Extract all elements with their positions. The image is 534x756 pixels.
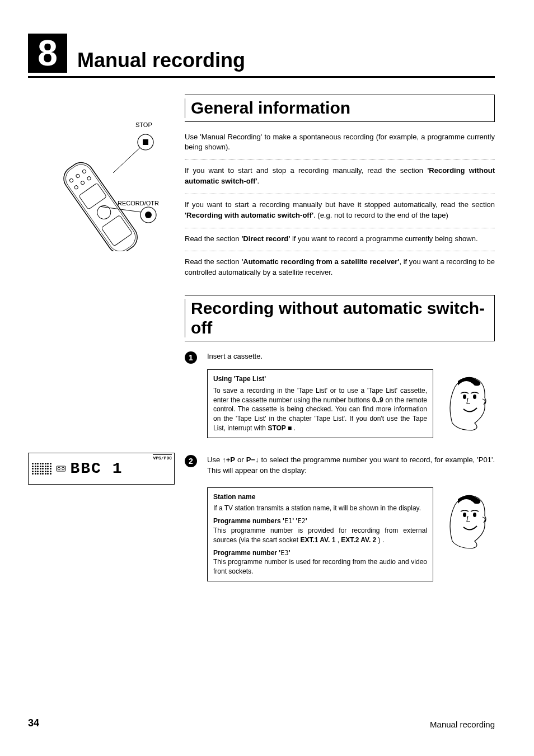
display-digits: BBC 1 bbox=[71, 460, 123, 477]
step-number-badge: 1 bbox=[185, 351, 197, 364]
svg-point-23 bbox=[473, 513, 476, 517]
section-heading-recording: Recording without automatic switch-off bbox=[185, 295, 495, 341]
note-box-stationname: Station name If a TV station transmits a… bbox=[207, 487, 433, 581]
svg-point-19 bbox=[62, 467, 64, 470]
paragraph: Read the section 'Direct record' if you … bbox=[185, 234, 495, 245]
svg-point-15 bbox=[145, 212, 152, 218]
footer-label: Manual recording bbox=[430, 720, 495, 729]
svg-rect-12 bbox=[143, 139, 148, 145]
chapter-header: 8 Manual recording bbox=[28, 34, 495, 78]
step-row-1: 1 Insert a cassette. bbox=[185, 351, 495, 364]
remote-record-label: RECORD/OTR bbox=[118, 200, 159, 206]
face-illustration-icon bbox=[441, 370, 491, 431]
paragraph: Use 'Manual Recording' to make a spontan… bbox=[185, 132, 495, 153]
paragraph: Read the section 'Automatic recording fr… bbox=[185, 257, 495, 278]
paragraph: If you want to start a recording manuall… bbox=[185, 200, 495, 221]
svg-point-22 bbox=[463, 513, 466, 517]
section-heading-general: General information bbox=[185, 95, 495, 122]
chapter-title: Manual recording bbox=[77, 50, 245, 73]
svg-point-21 bbox=[473, 395, 476, 399]
note-box-tapelist: Using 'Tape List' To save a recording in… bbox=[207, 369, 433, 438]
svg-point-20 bbox=[463, 395, 466, 399]
remote-control-diagram: STOP RECORD/OTR bbox=[28, 111, 174, 251]
step-text: Use ↑+P or P−↓ to select the programme n… bbox=[207, 455, 495, 476]
page-footer: 34 Manual recording bbox=[28, 717, 495, 729]
paragraph: If you want to start and stop a recordin… bbox=[185, 166, 495, 187]
face-illustration-icon bbox=[441, 488, 491, 550]
step-row-2: 2 Use ↑+P or P−↓ to select the programme… bbox=[185, 455, 495, 476]
remote-stop-label: STOP bbox=[135, 121, 152, 128]
step-text: Insert a cassette. bbox=[207, 351, 495, 362]
vcr-display-panel: VPS/PDC BBC 1 bbox=[28, 453, 175, 485]
menu-dots-icon bbox=[32, 463, 51, 475]
svg-point-18 bbox=[58, 467, 60, 470]
chapter-number-badge: 8 bbox=[28, 34, 67, 73]
step-number-badge: 2 bbox=[185, 455, 197, 467]
page-number: 34 bbox=[28, 717, 39, 729]
vpspdc-indicator: VPS/PDC bbox=[153, 454, 172, 461]
svg-line-13 bbox=[113, 148, 140, 173]
cassette-icon bbox=[56, 466, 66, 472]
